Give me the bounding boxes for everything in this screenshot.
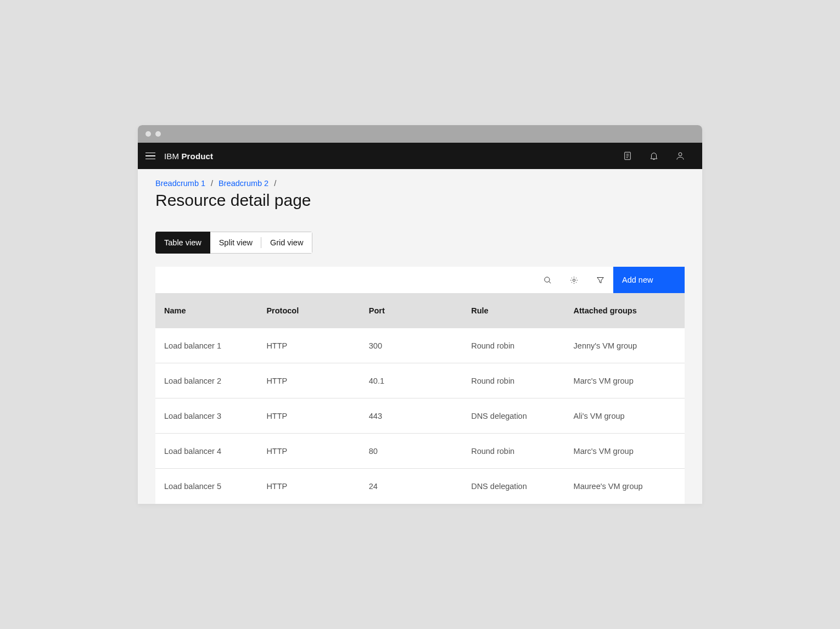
- page-title: Resource detail page: [138, 188, 702, 210]
- tab-split-view[interactable]: Split view: [210, 232, 261, 254]
- cell-groups: Marc's VM group: [574, 447, 676, 456]
- table-toolbar: Add new: [155, 267, 685, 293]
- add-new-button[interactable]: Add new: [613, 267, 685, 293]
- data-table: Name Protocol Port Rule Attached groups …: [155, 293, 685, 504]
- window-control-dot[interactable]: [155, 131, 161, 137]
- cell-protocol: HTTP: [266, 377, 368, 385]
- window-control-dot[interactable]: [145, 131, 151, 137]
- cell-protocol: HTTP: [266, 412, 368, 420]
- page-body: Breadcrumb 1 / Breadcrumb 2 / Resource d…: [138, 169, 702, 504]
- brand-name: Product: [181, 151, 213, 161]
- document-icon[interactable]: [614, 143, 641, 169]
- column-header-rule[interactable]: Rule: [471, 306, 573, 315]
- cell-groups: Ali's VM group: [574, 412, 676, 420]
- cell-protocol: HTTP: [266, 482, 368, 491]
- cell-name: Load balancer 2: [164, 377, 266, 385]
- table-row[interactable]: Load balancer 4 HTTP 80 Round robin Marc…: [155, 434, 685, 469]
- cell-rule: DNS delegation: [471, 482, 573, 491]
- breadcrumb: Breadcrumb 1 / Breadcrumb 2 /: [138, 169, 702, 188]
- brand: IBM Product: [164, 151, 213, 161]
- column-header-port[interactable]: Port: [369, 306, 471, 315]
- view-switcher: Table view Split view Grid view: [155, 232, 312, 254]
- notification-icon[interactable]: [641, 143, 667, 169]
- svg-line-6: [548, 281, 550, 283]
- browser-window: IBM Product Breadcrumb 1 / Breadcrumb 2 …: [138, 125, 702, 504]
- settings-icon[interactable]: [561, 267, 587, 293]
- cell-groups: Mauree's VM group: [574, 482, 676, 491]
- table-header: Name Protocol Port Rule Attached groups: [155, 293, 685, 328]
- tab-table-view[interactable]: Table view: [155, 232, 210, 254]
- cell-port: 24: [369, 482, 471, 491]
- table-row[interactable]: Load balancer 5 HTTP 24 DNS delegation M…: [155, 469, 685, 504]
- column-header-groups[interactable]: Attached groups: [574, 306, 676, 315]
- tab-grid-view[interactable]: Grid view: [261, 232, 312, 254]
- cell-name: Load balancer 4: [164, 447, 266, 456]
- user-icon[interactable]: [667, 143, 693, 169]
- table-row[interactable]: Load balancer 3 HTTP 443 DNS delegation …: [155, 398, 685, 434]
- browser-chrome: [138, 125, 702, 143]
- breadcrumb-link[interactable]: Breadcrumb 1: [155, 179, 205, 188]
- app-header: IBM Product: [138, 143, 702, 169]
- column-header-name[interactable]: Name: [164, 306, 266, 315]
- cell-name: Load balancer 3: [164, 412, 266, 420]
- cell-rule: Round robin: [471, 447, 573, 456]
- column-header-protocol[interactable]: Protocol: [266, 306, 368, 315]
- cell-rule: Round robin: [471, 341, 573, 350]
- svg-point-7: [573, 279, 575, 281]
- cell-port: 300: [369, 341, 471, 350]
- menu-icon[interactable]: [145, 150, 156, 161]
- cell-protocol: HTTP: [266, 341, 368, 350]
- cell-port: 80: [369, 447, 471, 456]
- breadcrumb-link[interactable]: Breadcrumb 2: [219, 179, 268, 188]
- svg-point-5: [544, 277, 549, 282]
- svg-point-4: [679, 153, 682, 156]
- cell-port: 443: [369, 412, 471, 420]
- breadcrumb-separator: /: [211, 179, 213, 188]
- search-icon[interactable]: [534, 267, 561, 293]
- filter-icon[interactable]: [587, 267, 613, 293]
- cell-port: 40.1: [369, 377, 471, 385]
- table-row[interactable]: Load balancer 2 HTTP 40.1 Round robin Ma…: [155, 363, 685, 398]
- cell-name: Load balancer 1: [164, 341, 266, 350]
- cell-name: Load balancer 5: [164, 482, 266, 491]
- cell-protocol: HTTP: [266, 447, 368, 456]
- cell-rule: Round robin: [471, 377, 573, 385]
- cell-rule: DNS delegation: [471, 412, 573, 420]
- table-row[interactable]: Load balancer 1 HTTP 300 Round robin Jen…: [155, 328, 685, 363]
- breadcrumb-separator: /: [274, 179, 276, 188]
- cell-groups: Jenny's VM group: [574, 341, 676, 350]
- cell-groups: Marc's VM group: [574, 377, 676, 385]
- brand-prefix: IBM: [164, 151, 181, 161]
